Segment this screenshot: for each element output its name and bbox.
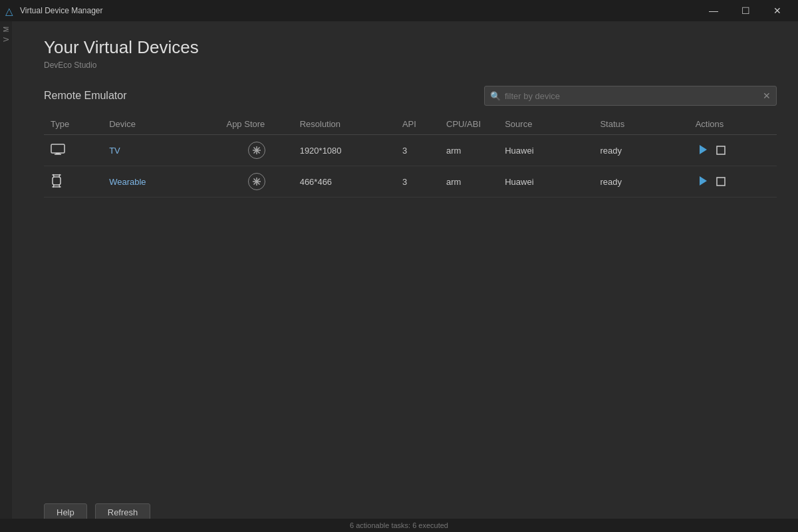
cell-appstore [219, 166, 293, 198]
svg-rect-8 [717, 146, 725, 154]
play-button[interactable] [696, 174, 710, 190]
main-content: Your Virtual Devices DevEco Studio Remot… [12, 21, 798, 532]
tv-icon [51, 147, 65, 157]
col-header-resolution: Resolution [293, 114, 396, 135]
page-title: Your Virtual Devices [44, 37, 777, 58]
play-button[interactable] [696, 143, 710, 158]
stop-button[interactable] [714, 176, 728, 190]
table-header: Type Device App Store Resolution API CPU… [44, 114, 777, 135]
window-controls: — ☐ ✕ [698, 0, 793, 21]
search-clear-icon[interactable]: ✕ [763, 90, 771, 101]
stop-button[interactable] [714, 144, 728, 158]
status-badge: ready [600, 177, 622, 187]
cell-api: 3 [396, 166, 440, 198]
window-title: Virtual Device Manager [20, 6, 698, 15]
cell-source: Huawei [498, 166, 593, 198]
cell-device: TV [102, 135, 219, 166]
col-header-actions: Actions [689, 114, 777, 135]
left-sidebar-strip: M V [0, 21, 12, 532]
minimize-button[interactable]: — [698, 0, 729, 21]
cell-cpu: arm [440, 166, 498, 198]
device-name: TV [109, 146, 120, 156]
col-header-status: Status [593, 114, 688, 135]
appstore-icon [248, 178, 265, 188]
section-header: Remote Emulator 🔍 ✕ [44, 86, 777, 106]
col-header-type: Type [44, 114, 102, 135]
table-body: TV 1920*1080 3 arm Huawei ready [44, 135, 777, 198]
cell-status: ready [593, 135, 688, 166]
col-header-appstore: App Store [219, 114, 293, 135]
cell-resolution: 466*466 [293, 166, 396, 198]
cell-device: Wearable [102, 166, 219, 198]
search-icon: 🔍 [490, 91, 501, 101]
table-row: TV 1920*1080 3 arm Huawei ready [44, 135, 777, 166]
svg-marker-7 [700, 145, 707, 154]
status-badge: ready [600, 146, 622, 156]
svg-marker-20 [700, 176, 707, 186]
col-header-cpu: CPU/ABI [440, 114, 498, 135]
cell-status: ready [593, 166, 688, 198]
cell-appstore [219, 135, 293, 166]
sidebar-label-m: M [3, 27, 10, 32]
app-icon: △ [5, 5, 16, 16]
col-header-api: API [396, 114, 440, 135]
cell-resolution: 1920*1080 [293, 135, 396, 166]
title-bar: △ Virtual Device Manager — ☐ ✕ [0, 0, 798, 21]
appstore-icon [248, 147, 265, 157]
status-text: 6 actionable tasks: 6 executed [350, 521, 448, 529]
page-subtitle: DevEco Studio [44, 61, 777, 70]
search-input[interactable] [505, 91, 763, 101]
cell-type [44, 135, 102, 166]
section-title: Remote Emulator [44, 90, 127, 102]
device-name: Wearable [109, 177, 146, 187]
svg-rect-0 [51, 144, 65, 153]
cell-source: Huawei [498, 135, 593, 166]
svg-rect-21 [717, 178, 725, 186]
cell-cpu: arm [440, 135, 498, 166]
close-button[interactable]: ✕ [762, 0, 793, 21]
maximize-button[interactable]: ☐ [730, 0, 761, 21]
search-box: 🔍 ✕ [484, 86, 777, 106]
col-header-source: Source [498, 114, 593, 135]
wearable-icon [51, 180, 63, 190]
cell-type [44, 166, 102, 198]
svg-rect-9 [53, 177, 61, 185]
col-header-device: Device [102, 114, 219, 135]
table-row: Wearable 466*466 3 arm Huawei ready [44, 166, 777, 198]
cell-actions [689, 166, 777, 198]
status-bar: 6 actionable tasks: 6 executed [0, 519, 798, 532]
cell-api: 3 [396, 135, 440, 166]
cell-actions [689, 135, 777, 166]
sidebar-label-v: V [3, 37, 10, 42]
device-table: Type Device App Store Resolution API CPU… [44, 114, 777, 198]
